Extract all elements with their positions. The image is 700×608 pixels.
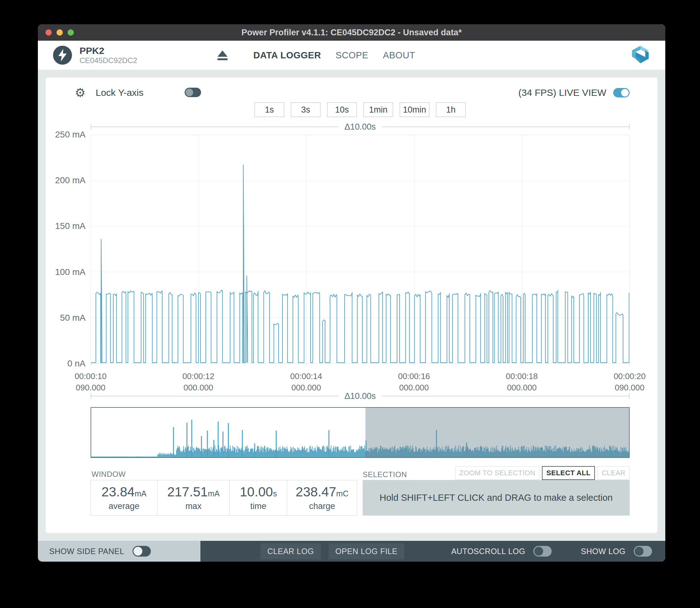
device-name: PPK2 [79,45,137,56]
nordic-logo [630,46,650,65]
lightning-bolt-icon [57,49,68,61]
range-button-1s[interactable]: 1s [255,102,284,117]
selection-stats-box: Hold SHIFT+LEFT CLICK and DRAG to make a… [363,480,630,516]
tab-about[interactable]: ABOUT [383,50,415,60]
show-log-toggle[interactable] [634,546,652,556]
stat-average: 23.84mA average [91,480,158,515]
minimap-overview[interactable] [91,407,630,458]
range-button-1min[interactable]: 1min [364,102,393,117]
footer-bar: SHOW SIDE PANEL CLEAR LOG OPEN LOG FILE … [38,541,665,562]
clear-log-button[interactable]: CLEAR LOG [260,543,321,559]
stat-max: 217.51mA max [158,480,230,515]
eject-icon [218,51,227,57]
app-header: PPK2 CE045DC92DC2 DATA LOGGER SCOPE ABOU… [38,41,665,70]
clear-selection-button[interactable]: CLEAR [597,467,630,480]
show-log-label: SHOW LOG [581,547,626,556]
side-panel-section: SHOW SIDE PANEL [38,541,200,562]
live-view-label: (34 FPS) LIVE VIEW [518,87,606,98]
show-side-panel-label: SHOW SIDE PANEL [49,547,124,556]
close-button[interactable] [45,29,52,36]
window-span-ruler-top: Δ10.00s [91,122,630,132]
y-tick: 250 mA [55,130,86,140]
y-axis-labels: 250 mA 200 mA 150 mA 100 mA 50 mA 0 nA [46,135,86,364]
selection-section-label: SELECTION [363,470,407,479]
chart-card: ⚙ Lock Y-axis (34 FPS) LIVE VIEW 1s 3s 1… [46,78,657,533]
select-all-button[interactable]: SELECT ALL [542,466,595,480]
x-axis-labels: 00:00:10090.000 00:00:12000.000 00:00:14… [91,370,630,393]
y-tick: 100 mA [55,267,86,277]
minimap-canvas[interactable] [91,408,629,457]
window-title: Power Profiler v4.1.1: CE045DC92DC2 - Un… [241,28,462,38]
device-icon [53,46,72,65]
selection-hint: Hold SHIFT+LEFT CLICK and DRAG to make a… [380,493,612,503]
lock-y-axis-toggle[interactable] [185,88,201,97]
y-tick: 150 mA [55,221,86,231]
tab-scope[interactable]: SCOPE [335,50,368,60]
window-span-ruler-bottom: Δ10.00s [91,391,630,401]
zoom-button[interactable] [68,29,74,36]
autoscroll-log-label: AUTOSCROLL LOG [451,547,526,556]
minimize-button[interactable] [56,29,63,36]
device-serial: CE045DC92DC2 [79,56,137,65]
main-chart-plot[interactable] [91,135,630,364]
open-log-file-button[interactable]: OPEN LOG FILE [329,543,405,559]
app-window: Power Profiler v4.1.1: CE045DC92DC2 - Un… [38,24,665,562]
eject-button[interactable] [216,51,229,60]
window-stats: 23.84mA average 217.51mA max 10.00s time… [91,480,357,516]
zoom-to-selection-button[interactable]: ZOOM TO SELECTION [455,467,539,480]
delta-label-bottom: Δ10.00s [344,391,375,401]
autoscroll-log-toggle[interactable] [533,546,552,556]
y-tick: 50 mA [60,313,86,323]
range-button-1h[interactable]: 1h [436,102,466,117]
delta-label-top: Δ10.00s [344,122,375,132]
range-button-10min[interactable]: 10min [400,102,429,117]
tab-data-logger[interactable]: DATA LOGGER [254,50,321,60]
range-button-3s[interactable]: 3s [291,102,321,117]
stat-charge: 238.47mC charge [287,480,357,515]
time-range-buttons: 1s 3s 10s 1min 10min 1h [255,102,466,117]
live-view-toggle[interactable] [613,88,630,97]
range-button-10s[interactable]: 10s [327,102,357,117]
current-waveform-canvas[interactable] [91,135,629,363]
main-content: ⚙ Lock Y-axis (34 FPS) LIVE VIEW 1s 3s 1… [38,70,665,541]
y-tick: 200 mA [55,175,86,186]
lock-y-axis-label: Lock Y-axis [96,87,144,98]
stat-time: 10.00s time [230,480,287,515]
titlebar: Power Profiler v4.1.1: CE045DC92DC2 - Un… [38,24,665,41]
window-section-label: WINDOW [92,470,126,479]
show-side-panel-toggle[interactable] [132,546,151,556]
y-tick: 0 nA [67,359,86,369]
chart-settings-gear-icon[interactable]: ⚙ [75,86,86,100]
